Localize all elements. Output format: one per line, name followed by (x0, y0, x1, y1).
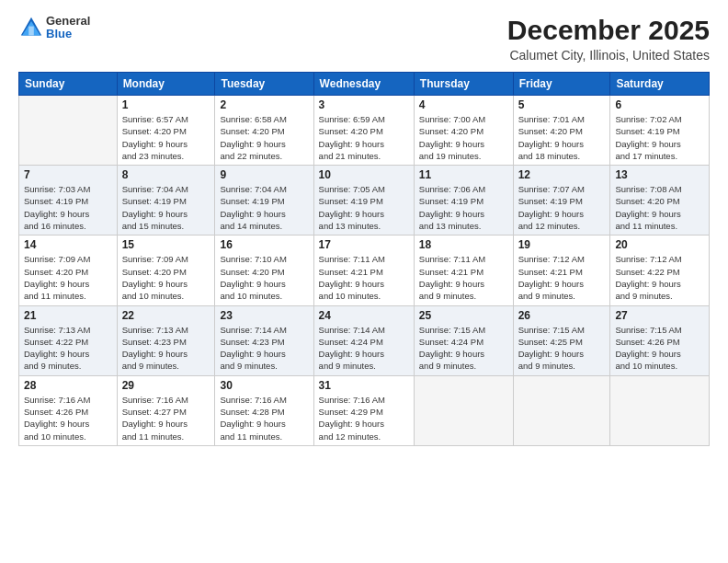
calendar-header-wednesday: Wednesday (313, 73, 414, 96)
day-number: 12 (518, 168, 606, 181)
day-info: Sunrise: 7:14 AMSunset: 4:23 PMDaylight:… (220, 324, 308, 373)
day-info: Sunrise: 7:16 AMSunset: 4:28 PMDaylight:… (220, 394, 308, 442)
day-number: 15 (122, 238, 210, 251)
calendar-cell (610, 375, 710, 445)
day-number: 27 (615, 309, 704, 322)
day-number: 5 (518, 98, 606, 111)
day-number: 22 (122, 309, 210, 322)
calendar-cell: 25Sunrise: 7:15 AMSunset: 4:24 PMDayligh… (414, 305, 513, 375)
calendar-cell: 14Sunrise: 7:09 AMSunset: 4:20 PMDayligh… (19, 236, 118, 305)
day-info: Sunrise: 7:15 AMSunset: 4:25 PMDaylight:… (518, 324, 606, 373)
calendar-week-2: 7Sunrise: 7:03 AMSunset: 4:19 PMDaylight… (19, 166, 710, 236)
day-info: Sunrise: 7:12 AMSunset: 4:21 PMDaylight:… (518, 253, 606, 302)
calendar-cell: 9Sunrise: 7:04 AMSunset: 4:19 PMDaylight… (215, 166, 313, 236)
calendar-cell: 20Sunrise: 7:12 AMSunset: 4:22 PMDayligh… (610, 236, 710, 305)
calendar-table: SundayMondayTuesdayWednesdayThursdayFrid… (18, 72, 710, 446)
day-info: Sunrise: 7:15 AMSunset: 4:26 PMDaylight:… (615, 324, 704, 373)
day-info: Sunrise: 7:14 AMSunset: 4:24 PMDaylight:… (319, 324, 409, 373)
day-info: Sunrise: 7:10 AMSunset: 4:20 PMDaylight:… (220, 253, 308, 302)
day-info: Sunrise: 7:03 AMSunset: 4:19 PMDaylight:… (24, 183, 112, 232)
calendar-cell: 15Sunrise: 7:09 AMSunset: 4:20 PMDayligh… (117, 236, 215, 305)
day-info: Sunrise: 7:07 AMSunset: 4:19 PMDaylight:… (518, 183, 606, 232)
calendar-cell: 28Sunrise: 7:16 AMSunset: 4:26 PMDayligh… (19, 375, 118, 445)
calendar-week-4: 21Sunrise: 7:13 AMSunset: 4:22 PMDayligh… (19, 305, 710, 375)
calendar-week-5: 28Sunrise: 7:16 AMSunset: 4:26 PMDayligh… (19, 375, 710, 445)
day-number: 26 (518, 309, 606, 322)
calendar-week-3: 14Sunrise: 7:09 AMSunset: 4:20 PMDayligh… (19, 236, 710, 305)
day-number: 14 (24, 238, 112, 251)
calendar-header-sunday: Sunday (19, 73, 118, 96)
day-info: Sunrise: 7:11 AMSunset: 4:21 PMDaylight:… (319, 253, 409, 302)
calendar-header-monday: Monday (117, 73, 215, 96)
calendar-cell: 24Sunrise: 7:14 AMSunset: 4:24 PMDayligh… (313, 305, 414, 375)
day-number: 10 (319, 168, 409, 181)
day-info: Sunrise: 7:09 AMSunset: 4:20 PMDaylight:… (24, 253, 112, 302)
calendar-cell: 3Sunrise: 6:59 AMSunset: 4:20 PMDaylight… (313, 96, 414, 166)
day-info: Sunrise: 7:15 AMSunset: 4:24 PMDaylight:… (419, 324, 508, 373)
calendar-cell: 23Sunrise: 7:14 AMSunset: 4:23 PMDayligh… (215, 305, 313, 375)
calendar-cell: 11Sunrise: 7:06 AMSunset: 4:19 PMDayligh… (414, 166, 513, 236)
day-info: Sunrise: 6:58 AMSunset: 4:20 PMDaylight:… (220, 113, 308, 162)
day-info: Sunrise: 7:04 AMSunset: 4:19 PMDaylight:… (122, 183, 210, 232)
calendar-cell: 4Sunrise: 7:00 AMSunset: 4:20 PMDaylight… (414, 96, 513, 166)
calendar-cell (19, 96, 118, 166)
title-block: December 2025 Calumet City, Illinois, Un… (507, 15, 710, 63)
day-number: 20 (615, 238, 704, 251)
calendar-cell: 29Sunrise: 7:16 AMSunset: 4:27 PMDayligh… (117, 375, 215, 445)
calendar-header-thursday: Thursday (414, 73, 513, 96)
logo: General Blue (18, 15, 90, 41)
calendar-cell: 5Sunrise: 7:01 AMSunset: 4:20 PMDaylight… (513, 96, 610, 166)
day-info: Sunrise: 7:00 AMSunset: 4:20 PMDaylight:… (419, 113, 508, 162)
day-info: Sunrise: 7:16 AMSunset: 4:29 PMDaylight:… (319, 394, 409, 442)
day-info: Sunrise: 7:11 AMSunset: 4:21 PMDaylight:… (419, 253, 508, 302)
calendar-cell: 7Sunrise: 7:03 AMSunset: 4:19 PMDaylight… (19, 166, 118, 236)
day-info: Sunrise: 7:06 AMSunset: 4:19 PMDaylight:… (419, 183, 508, 232)
day-number: 28 (24, 379, 112, 392)
calendar-cell: 22Sunrise: 7:13 AMSunset: 4:23 PMDayligh… (117, 305, 215, 375)
day-number: 30 (220, 379, 308, 392)
day-number: 31 (319, 379, 409, 392)
day-number: 23 (220, 309, 308, 322)
calendar-cell: 2Sunrise: 6:58 AMSunset: 4:20 PMDaylight… (215, 96, 313, 166)
logo-blue: Blue (46, 28, 90, 40)
calendar-header-friday: Friday (513, 73, 610, 96)
day-info: Sunrise: 7:13 AMSunset: 4:22 PMDaylight:… (24, 324, 112, 373)
calendar-cell (414, 375, 513, 445)
day-number: 18 (419, 238, 508, 251)
day-info: Sunrise: 7:13 AMSunset: 4:23 PMDaylight:… (122, 324, 210, 373)
calendar-cell: 10Sunrise: 7:05 AMSunset: 4:19 PMDayligh… (313, 166, 414, 236)
day-info: Sunrise: 7:01 AMSunset: 4:20 PMDaylight:… (518, 113, 606, 162)
day-info: Sunrise: 6:57 AMSunset: 4:20 PMDaylight:… (122, 113, 210, 162)
day-number: 3 (319, 98, 409, 111)
main-title: December 2025 (507, 15, 710, 46)
page: General Blue December 2025 Calumet City,… (0, 0, 728, 563)
calendar-cell: 8Sunrise: 7:04 AMSunset: 4:19 PMDaylight… (117, 166, 215, 236)
day-number: 4 (419, 98, 508, 111)
day-number: 29 (122, 379, 210, 392)
calendar-week-1: 1Sunrise: 6:57 AMSunset: 4:20 PMDaylight… (19, 96, 710, 166)
day-info: Sunrise: 6:59 AMSunset: 4:20 PMDaylight:… (319, 113, 409, 162)
logo-icon (18, 15, 44, 40)
calendar-cell (513, 375, 610, 445)
calendar-cell: 26Sunrise: 7:15 AMSunset: 4:25 PMDayligh… (513, 305, 610, 375)
header: General Blue December 2025 Calumet City,… (18, 15, 710, 63)
day-info: Sunrise: 7:16 AMSunset: 4:27 PMDaylight:… (122, 394, 210, 442)
logo-text: General Blue (46, 15, 90, 41)
calendar-cell: 30Sunrise: 7:16 AMSunset: 4:28 PMDayligh… (215, 375, 313, 445)
svg-rect-2 (28, 27, 34, 36)
calendar-cell: 13Sunrise: 7:08 AMSunset: 4:20 PMDayligh… (610, 166, 710, 236)
calendar-cell: 18Sunrise: 7:11 AMSunset: 4:21 PMDayligh… (414, 236, 513, 305)
day-number: 21 (24, 309, 112, 322)
day-info: Sunrise: 7:12 AMSunset: 4:22 PMDaylight:… (615, 253, 704, 302)
day-number: 6 (615, 98, 704, 111)
calendar-cell: 27Sunrise: 7:15 AMSunset: 4:26 PMDayligh… (610, 305, 710, 375)
day-info: Sunrise: 7:08 AMSunset: 4:20 PMDaylight:… (615, 183, 704, 232)
day-info: Sunrise: 7:05 AMSunset: 4:19 PMDaylight:… (319, 183, 409, 232)
day-number: 24 (319, 309, 409, 322)
day-info: Sunrise: 7:16 AMSunset: 4:26 PMDaylight:… (24, 394, 112, 442)
calendar-cell: 12Sunrise: 7:07 AMSunset: 4:19 PMDayligh… (513, 166, 610, 236)
day-number: 13 (615, 168, 704, 181)
calendar-cell: 6Sunrise: 7:02 AMSunset: 4:19 PMDaylight… (610, 96, 710, 166)
calendar-cell: 17Sunrise: 7:11 AMSunset: 4:21 PMDayligh… (313, 236, 414, 305)
day-number: 17 (319, 238, 409, 251)
